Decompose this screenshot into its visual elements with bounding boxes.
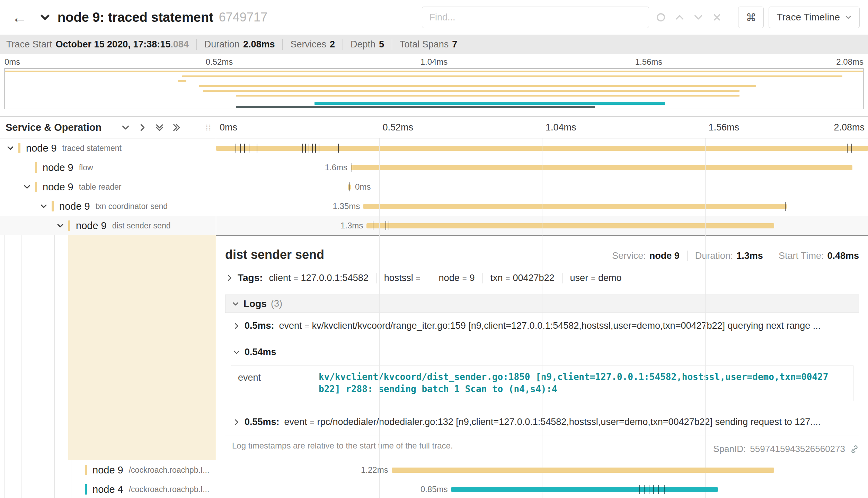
service-name: node 9: [43, 162, 73, 173]
ruler-tick-label: 2.08ms: [834, 117, 865, 138]
meta-value: 0.48ms: [827, 251, 859, 261]
meta-value: 1.3ms: [736, 251, 763, 261]
span-row[interactable]: node 9table reader0ms: [0, 177, 868, 197]
find-next-icon[interactable]: [691, 10, 705, 24]
minimap-span-bar: [203, 90, 739, 92]
span-row[interactable]: node 9traced statement: [0, 138, 868, 158]
expand-all-icon[interactable]: [172, 123, 181, 132]
summary-item: Services2: [282, 39, 335, 50]
span-name-cell[interactable]: node 9txn coordinator send: [0, 197, 216, 216]
indent-guide: [21, 235, 21, 460]
back-button[interactable]: ←: [12, 9, 27, 26]
chevron-down-icon[interactable]: [39, 12, 51, 23]
span-row[interactable]: node 9flow1.6ms: [0, 158, 868, 177]
minimap-tick-label: 1.04ms: [420, 57, 448, 67]
trace-header: ← node 9: traced statement 6749717 ⌘ Tra…: [0, 0, 868, 35]
ruler-tick-label: 0.52ms: [383, 117, 414, 138]
summary-label: Duration: [204, 39, 240, 50]
log-marker-tick: [639, 485, 640, 494]
tags-list: client=127.0.0.1:54582hostssl=node=9txn=…: [269, 273, 629, 283]
span-row[interactable]: node 9/cockroach.roachpb.I...1.22ms: [0, 460, 868, 480]
indent-guide: [21, 480, 21, 498]
detail-meta-item: Start Time:0.48ms: [771, 251, 859, 261]
find-scope-icon[interactable]: [654, 10, 668, 24]
indent-guide: [38, 480, 38, 498]
log-marker-tick: [240, 144, 241, 153]
page-title: node 9: traced statement: [57, 10, 213, 25]
summary-label: Trace Start: [6, 39, 52, 50]
span-expander-icon[interactable]: [23, 183, 35, 191]
log-timestamp: 0.54ms: [245, 347, 276, 357]
tag-item: node=9: [431, 273, 483, 283]
trace-minimap: 0ms0.52ms1.04ms1.56ms2.08ms: [0, 54, 868, 116]
summary-suffix: .084: [170, 39, 189, 50]
minimap-span-bar: [178, 80, 186, 82]
header-divider: [731, 10, 731, 25]
chevron-down-icon: [233, 348, 240, 356]
span-name-cell[interactable]: node 9/cockroach.roachpb.I...: [0, 460, 216, 480]
span-name-cell[interactable]: node 9table reader: [0, 177, 216, 197]
find-clear-icon[interactable]: [710, 10, 724, 24]
span-expander-icon[interactable]: [40, 202, 52, 210]
span-row[interactable]: node 9txn coordinator send1.35ms: [0, 197, 868, 216]
tag-key: hostssl: [384, 273, 413, 283]
expand-one-icon[interactable]: [138, 123, 147, 132]
operation-name: table reader: [79, 182, 122, 192]
span-name-cell[interactable]: node 9dist sender send: [0, 216, 216, 235]
span-duration-bar[interactable]: [392, 468, 774, 473]
service-color-bar: [18, 143, 20, 153]
log-marker-tick: [305, 144, 306, 153]
minimap-span-bar: [315, 102, 665, 105]
trace-view-dropdown[interactable]: Trace Timeline: [769, 7, 860, 28]
ruler-tick-label: 0ms: [220, 117, 237, 138]
trace-id: 6749717: [219, 10, 267, 25]
log-marker-tick: [338, 144, 339, 153]
detail-indent-spacer: [0, 235, 216, 460]
find-input[interactable]: [422, 7, 649, 28]
column-resizer[interactable]: ⁞⁞: [206, 123, 212, 133]
service-name: node 9: [43, 181, 73, 193]
minimap-tick-label: 0ms: [5, 57, 20, 67]
log-value-preview: kv/kvclient/kvcoord/range_iter.go:159 [n…: [312, 320, 853, 331]
span-row[interactable]: node 4/cockroach.roachpb.I...0.85ms: [0, 480, 868, 498]
minimap-tick-label: 0.52ms: [206, 57, 233, 67]
span-name-cell[interactable]: node 4/cockroach.roachpb.I...: [0, 480, 216, 498]
find-prev-icon[interactable]: [673, 10, 687, 24]
operation-name: traced statement: [62, 144, 122, 153]
service-color-bar: [35, 182, 37, 192]
span-name-cell[interactable]: node 9flow: [0, 158, 216, 177]
tag-value: 9: [470, 273, 475, 283]
span-name-cell[interactable]: node 9traced statement: [0, 138, 216, 158]
span-duration-bar[interactable]: [366, 223, 774, 228]
service-color-bar: [85, 465, 87, 475]
trace-view-label: Trace Timeline: [777, 12, 840, 23]
log-marker-tick: [658, 485, 659, 494]
span-bar-cell[interactable]: 0.85ms: [216, 480, 868, 498]
log-marker-tick: [847, 144, 848, 153]
copy-link-icon[interactable]: [849, 444, 860, 454]
minimap-canvas[interactable]: [5, 68, 863, 109]
span-expander-icon[interactable]: [56, 222, 68, 229]
timeline-header: Service & Operation ⁞⁞ 0ms0.52ms1.04ms1.…: [0, 116, 868, 138]
service-name: node 9: [26, 143, 57, 154]
collapse-all-icon[interactable]: [155, 123, 164, 132]
span-duration-bar[interactable]: [451, 487, 718, 492]
ruler-tick-label: 1.56ms: [709, 117, 739, 138]
summary-value: 7: [452, 39, 457, 50]
span-duration-bar[interactable]: [351, 165, 852, 170]
service-color-bar: [52, 201, 54, 211]
keyboard-shortcuts-button[interactable]: ⌘: [738, 7, 764, 28]
timeline-gridline: [542, 138, 542, 498]
tag-value: 127.0.0.1:54582: [301, 273, 369, 283]
equals-sign: =: [416, 274, 420, 283]
summary-item: Duration2.08ms: [196, 39, 275, 50]
span-duration-bar[interactable]: [363, 204, 786, 209]
log-marker-tick: [352, 163, 352, 172]
collapse-one-icon[interactable]: [121, 123, 130, 132]
span-duration-label: 1.22ms: [361, 460, 388, 480]
span-expander-icon[interactable]: [7, 144, 18, 152]
span-row[interactable]: node 9dist sender send1.3ms: [0, 216, 868, 235]
logs-count: (3): [271, 298, 282, 309]
chevron-down-icon: [232, 300, 239, 308]
span-bar-cell[interactable]: 1.22ms: [216, 460, 868, 480]
